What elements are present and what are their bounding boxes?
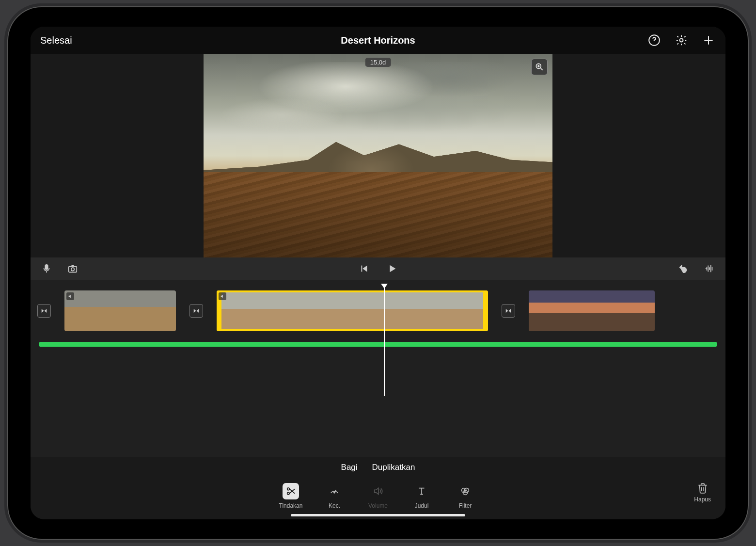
- duplicate-action[interactable]: Duplikatkan: [372, 463, 415, 472]
- tool-title[interactable]: Judul: [410, 483, 434, 509]
- tool-label: Filter: [459, 502, 472, 509]
- svg-rect-4: [69, 266, 77, 272]
- undo-icon[interactable]: [676, 261, 691, 276]
- svg-point-7: [287, 492, 290, 495]
- split-action[interactable]: Bagi: [341, 463, 358, 472]
- tool-filter[interactable]: Filter: [453, 483, 477, 509]
- project-title: Desert Horizons: [341, 35, 415, 46]
- tool-label: Kec.: [329, 502, 340, 509]
- ipad-bezel: Selesai Desert Horizons 15: [7, 6, 749, 540]
- playback-toolbar: [31, 257, 725, 280]
- bottom-toolbar: Tindakan Kec. Volume: [31, 478, 725, 519]
- home-indicator[interactable]: [291, 514, 465, 516]
- tool-label: Tindakan: [279, 502, 303, 509]
- tool-volume: Volume: [366, 483, 390, 509]
- play-icon[interactable]: [385, 261, 399, 276]
- clip-3[interactable]: [529, 290, 655, 331]
- trim-handle-right[interactable]: [483, 290, 488, 331]
- tool-label: Volume: [368, 502, 388, 509]
- clip-actions-row: Bagi Duplikatkan: [31, 457, 725, 478]
- clip-2-selected[interactable]: [217, 290, 488, 331]
- svg-point-8: [334, 492, 335, 493]
- skip-start-icon[interactable]: [357, 261, 371, 276]
- svg-rect-3: [45, 265, 48, 270]
- audio-badge-icon: [219, 292, 226, 300]
- clips-row: [31, 289, 725, 333]
- help-icon[interactable]: [647, 33, 662, 48]
- done-button[interactable]: Selesai: [40, 35, 72, 46]
- playhead[interactable]: [384, 286, 385, 396]
- delete-button[interactable]: Hapus: [694, 482, 711, 503]
- tool-speed[interactable]: Kec.: [322, 483, 346, 509]
- delete-label: Hapus: [694, 496, 711, 503]
- audio-badge-icon: [66, 292, 74, 300]
- tool-actions[interactable]: Tindakan: [279, 483, 303, 509]
- waveform-icon[interactable]: [702, 261, 717, 276]
- transition-icon[interactable]: [502, 304, 515, 318]
- clip-duration-chip: 15,0d: [365, 58, 391, 67]
- video-preview: 15,0d: [31, 54, 725, 257]
- svg-point-5: [71, 268, 74, 271]
- microphone-icon[interactable]: [39, 261, 54, 276]
- svg-point-1: [680, 39, 683, 42]
- preview-frame[interactable]: 15,0d: [204, 54, 552, 257]
- timeline[interactable]: [31, 280, 725, 457]
- top-navigation-bar: Selesai Desert Horizons: [31, 27, 725, 54]
- settings-gear-icon[interactable]: [674, 33, 689, 48]
- audio-track[interactable]: [39, 342, 717, 347]
- svg-point-6: [287, 488, 290, 490]
- clip-1[interactable]: [64, 290, 176, 331]
- app-screen: Selesai Desert Horizons 15: [31, 27, 725, 519]
- tool-label: Judul: [415, 502, 429, 509]
- add-media-icon[interactable]: [701, 33, 716, 48]
- camera-icon[interactable]: [65, 261, 80, 276]
- transition-icon[interactable]: [189, 304, 203, 318]
- zoom-icon[interactable]: [531, 59, 548, 75]
- transition-icon[interactable]: [37, 304, 51, 318]
